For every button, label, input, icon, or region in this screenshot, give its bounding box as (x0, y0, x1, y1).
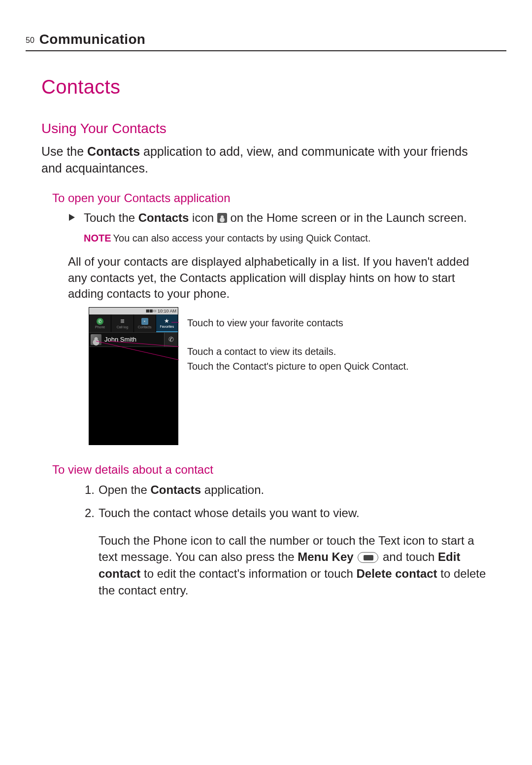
status-time: 10:10 AM (158, 309, 176, 313)
contact-row[interactable]: John Smith ✆ (89, 332, 178, 347)
call-log-icon: ≣ (119, 318, 126, 325)
chapter-title: Communication (39, 32, 145, 47)
contact-name: John Smith (104, 336, 164, 343)
text-fragment: icon (189, 211, 217, 224)
text-bold: Contacts (150, 483, 201, 496)
page-title: Contacts (41, 76, 506, 98)
contacts-tab-icon: ▪ (141, 318, 148, 325)
paragraph-final: Touch the Phone icon to call the number … (99, 532, 487, 598)
text-fragment: to edit the contact's information or tou… (140, 567, 356, 580)
tab-label: Phone (95, 325, 105, 329)
tab-label: Call log (117, 325, 128, 329)
menu-key-icon (358, 552, 378, 563)
phone-icon: ✆ (97, 318, 103, 325)
text-fragment: and touch (379, 550, 438, 563)
list-text: Touch the contact whose details you want… (99, 505, 487, 522)
text-fragment: Open the (99, 483, 150, 496)
callout-favorites: Touch to view your favorite contacts (187, 316, 409, 330)
page-number: 50 (26, 36, 34, 45)
list-number: 1. (85, 482, 99, 498)
tab-label: Favorites (160, 325, 174, 328)
note-label: NOTE (84, 233, 111, 243)
note: NOTEYou can also access your contacts by… (84, 233, 487, 244)
avatar[interactable] (91, 334, 101, 345)
contacts-icon (217, 213, 227, 223)
callout-quick-contact: Touch the Contact's picture to open Quic… (187, 359, 409, 373)
status-icons: ▮▮ ▮▮ ▭ (146, 309, 156, 313)
phone-screenshot: ▮▮ ▮▮ ▭ 10:10 AM ✆ Phone ≣ Call log ▪ Co… (89, 307, 178, 445)
list-item: 1. Open the Contacts application. (85, 482, 487, 498)
text-fragment: Use the (41, 144, 87, 158)
text-bold: Menu Key (298, 550, 353, 563)
call-icon[interactable]: ✆ (164, 333, 178, 347)
list-item: 2. Touch the contact whose details you w… (85, 505, 487, 522)
tab-phone[interactable]: ✆ Phone (89, 314, 111, 332)
list-number: 2. (85, 505, 99, 522)
paragraph-all-contacts: All of your contacts are displayed alpha… (68, 254, 487, 302)
subsection-view-details: To view details about a contact (52, 463, 506, 477)
tab-call-log[interactable]: ≣ Call log (111, 314, 133, 332)
text-fragment: on the Home screen or in the Launch scre… (227, 211, 467, 224)
text-bold: Contacts (87, 144, 140, 158)
text-bold: Delete contact (357, 567, 437, 580)
section-heading-using: Using Your Contacts (41, 121, 506, 137)
tab-favorites[interactable]: ★ Favorites (156, 314, 178, 332)
note-text: You can also access your contacts by usi… (113, 233, 371, 243)
figure: ▮▮ ▮▮ ▭ 10:10 AM ✆ Phone ≣ Call log ▪ Co… (89, 307, 506, 445)
text-fragment: Touch the (84, 211, 138, 224)
text-bold: Contacts (138, 211, 189, 224)
star-icon: ★ (164, 317, 170, 324)
list-text: Open the Contacts application. (99, 482, 487, 498)
step-touch-contacts: Touch the Contacts icon on the Home scre… (84, 210, 487, 226)
tab-label: Contacts (138, 325, 152, 329)
callouts: Touch to view your favorite contacts Tou… (187, 307, 409, 385)
callout-details: Touch a contact to view its details. (187, 345, 409, 358)
ordered-list: 1. Open the Contacts application. 2. Tou… (85, 482, 487, 522)
tab-row: ✆ Phone ≣ Call log ▪ Contacts ★ Favorite… (89, 314, 178, 332)
tab-contacts[interactable]: ▪ Contacts (134, 314, 156, 332)
page-header: 50 Communication (26, 32, 506, 51)
paragraph-use-app: Use the Contacts application to add, vie… (41, 143, 487, 176)
text-fragment: application. (201, 483, 264, 496)
subsection-open-contacts: To open your Contacts application (52, 191, 506, 205)
status-bar: ▮▮ ▮▮ ▭ 10:10 AM (89, 308, 178, 314)
